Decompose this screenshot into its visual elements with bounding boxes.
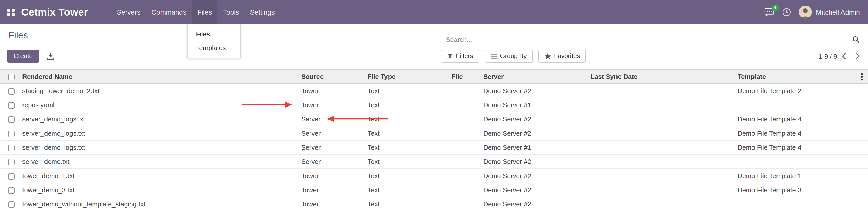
favorites-button[interactable]: Favorites	[538, 50, 586, 63]
cell-file-type[interactable]: Text	[368, 112, 452, 126]
cell-rendered-name[interactable]: tower_demo_1.txt	[22, 169, 301, 183]
cell-file-type[interactable]: Text	[368, 141, 452, 155]
cell-file-type[interactable]: Text	[368, 84, 452, 98]
row-checkbox[interactable]	[8, 88, 15, 95]
cell-source[interactable]: Tower	[301, 84, 368, 98]
column-header-file-type[interactable]: File Type	[368, 69, 452, 84]
activities-icon-button[interactable]	[782, 8, 791, 17]
cell-last-sync-date[interactable]	[590, 112, 738, 126]
row-checkbox[interactable]	[8, 130, 15, 137]
filters-button[interactable]: Filters	[441, 50, 479, 63]
cell-file[interactable]	[452, 98, 483, 112]
menu-files[interactable]: Files Files Templates	[192, 0, 217, 24]
column-header-template[interactable]: Template	[738, 69, 868, 84]
pager-next-button[interactable]	[851, 52, 864, 61]
dropdown-item-templates[interactable]: Templates	[187, 41, 240, 55]
cell-file-type[interactable]: Text	[368, 197, 452, 211]
select-all-checkbox[interactable]	[8, 74, 15, 81]
cell-template[interactable]	[738, 98, 868, 112]
search-input[interactable]	[441, 36, 848, 43]
cell-source[interactable]: Tower	[301, 197, 368, 211]
menu-servers[interactable]: Servers	[111, 0, 146, 24]
cell-last-sync-date[interactable]	[590, 155, 738, 169]
cell-server[interactable]: Demo Server #2	[483, 183, 590, 197]
cell-source[interactable]: Tower	[301, 169, 368, 183]
app-brand[interactable]: Cetmix Tower	[21, 6, 88, 18]
cell-last-sync-date[interactable]	[590, 141, 738, 155]
export-button[interactable]	[45, 51, 55, 61]
cell-rendered-name[interactable]: server_demo_logs.txt	[22, 112, 301, 126]
cell-template[interactable]	[738, 197, 868, 211]
cell-file[interactable]	[452, 112, 483, 126]
cell-template[interactable]: Demo File Template 4	[738, 126, 868, 141]
cell-last-sync-date[interactable]	[590, 98, 738, 112]
row-checkbox[interactable]	[8, 201, 15, 208]
cell-template[interactable]: Demo File Template 3	[738, 183, 868, 197]
table-row[interactable]: staging_tower_demo_2.txt Tower Text Demo…	[0, 84, 868, 98]
search-icon[interactable]	[848, 36, 864, 43]
cell-source[interactable]: Tower	[301, 183, 368, 197]
cell-file[interactable]	[452, 141, 483, 155]
cell-last-sync-date[interactable]	[590, 169, 738, 183]
row-checkbox[interactable]	[8, 187, 15, 194]
cell-file[interactable]	[452, 183, 483, 197]
cell-last-sync-date[interactable]	[590, 84, 738, 98]
cell-file-type[interactable]: Text	[368, 183, 452, 197]
table-row[interactable]: server_demo_logs.txt Server Text Demo Se…	[0, 112, 868, 126]
pager-value[interactable]: 1-9 / 9	[818, 52, 837, 60]
cell-last-sync-date[interactable]	[590, 183, 738, 197]
column-header-server[interactable]: Server	[483, 69, 590, 84]
cell-server[interactable]: Demo Server #2	[483, 112, 590, 126]
column-header-source[interactable]: Source	[301, 69, 368, 84]
row-checkbox[interactable]	[8, 159, 15, 165]
group-by-button[interactable]: Group By	[485, 50, 533, 63]
cell-source[interactable]: Tower	[301, 98, 368, 112]
cell-source[interactable]: Server	[301, 112, 368, 126]
dropdown-item-files[interactable]: Files	[187, 27, 240, 41]
apps-menu-button[interactable]	[0, 0, 21, 24]
cell-template[interactable]	[738, 155, 868, 169]
user-menu[interactable]: Mitchell Admin	[799, 6, 860, 19]
cell-rendered-name[interactable]: tower_demo_3.txt	[22, 183, 301, 197]
table-row[interactable]: server_demo.txt Server Text Demo Server …	[0, 155, 868, 169]
menu-settings[interactable]: Settings	[244, 0, 280, 24]
cell-server[interactable]: Demo Server #2	[483, 169, 590, 183]
cell-template[interactable]: Demo File Template 1	[738, 169, 868, 183]
column-header-file[interactable]: File	[452, 69, 483, 84]
cell-template[interactable]: Demo File Template 2	[738, 84, 868, 98]
column-options-button[interactable]	[858, 72, 866, 82]
table-row[interactable]: repos.yaml Tower Text Demo Server #1	[0, 98, 868, 112]
row-checkbox[interactable]	[8, 173, 15, 180]
cell-last-sync-date[interactable]	[590, 197, 738, 211]
row-checkbox[interactable]	[8, 145, 15, 151]
cell-file[interactable]	[452, 84, 483, 98]
cell-server[interactable]: Demo Server #2	[483, 126, 590, 141]
cell-file[interactable]	[452, 126, 483, 141]
menu-tools[interactable]: Tools	[217, 0, 244, 24]
table-row[interactable]: tower_demo_3.txt Tower Text Demo Server …	[0, 183, 868, 197]
cell-rendered-name[interactable]: server_demo_logs.txt	[22, 141, 301, 155]
create-button[interactable]: Create	[7, 50, 39, 63]
cell-rendered-name[interactable]: server_demo.txt	[22, 155, 301, 169]
cell-server[interactable]: Demo Server #2	[483, 84, 590, 98]
cell-file[interactable]	[452, 155, 483, 169]
cell-file-type[interactable]: Text	[368, 169, 452, 183]
cell-file-type[interactable]: Text	[368, 98, 452, 112]
cell-source[interactable]: Server	[301, 155, 368, 169]
row-checkbox[interactable]	[8, 102, 15, 109]
cell-rendered-name[interactable]: staging_tower_demo_2.txt	[22, 84, 301, 98]
cell-source[interactable]: Server	[301, 141, 368, 155]
table-row[interactable]: tower_demo_without_template_staging.txt …	[0, 197, 868, 211]
messages-icon-button[interactable]: 4	[764, 8, 774, 17]
column-header-last-sync-date[interactable]: Last Sync Date	[590, 69, 738, 84]
cell-rendered-name[interactable]: server_demo_logs.txt	[22, 126, 301, 141]
cell-rendered-name[interactable]: repos.yaml	[22, 98, 301, 112]
cell-template[interactable]: Demo File Template 4	[738, 112, 868, 126]
table-row[interactable]: tower_demo_1.txt Tower Text Demo Server …	[0, 169, 868, 183]
menu-commands[interactable]: Commands	[146, 0, 192, 24]
cell-source[interactable]: Server	[301, 126, 368, 141]
cell-file[interactable]	[452, 197, 483, 211]
column-header-rendered-name[interactable]: Rendered Name	[22, 69, 301, 84]
cell-rendered-name[interactable]: tower_demo_without_template_staging.txt	[22, 197, 301, 211]
cell-server[interactable]: Demo Server #1	[483, 98, 590, 112]
